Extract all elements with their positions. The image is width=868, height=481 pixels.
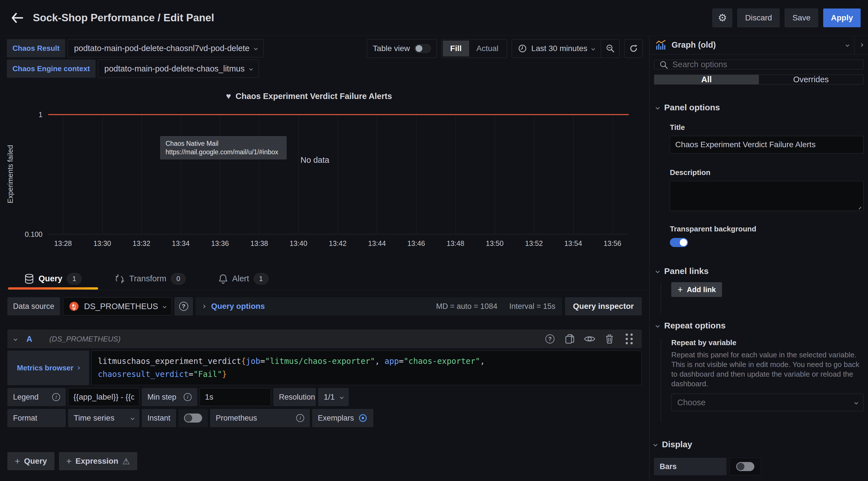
repeat-options-heading[interactable]: Repeat options <box>654 321 864 330</box>
variable-select-chaos-engine-context[interactable]: podtato-main-pod-delete-chaos_litmus <box>98 60 259 78</box>
main-area: Chaos Result podtato-main-pod-delete-cha… <box>0 36 649 481</box>
apply-button[interactable]: Apply <box>823 8 861 27</box>
promql-token: app <box>384 357 399 366</box>
back-arrow-icon[interactable] <box>7 8 27 28</box>
panel-preview: ♥ Chaos Experiment Verdict Failure Alert… <box>0 80 649 268</box>
promql-token: job <box>246 357 260 366</box>
bell-icon <box>219 274 228 284</box>
x-tick-label: 13:56 <box>603 239 621 248</box>
zoom-out-time-button[interactable] <box>601 39 619 58</box>
format-value: Time series <box>74 414 115 423</box>
exemplars-chip: Exemplars <box>312 409 373 427</box>
panel-options-heading[interactable]: Panel options <box>654 103 864 112</box>
refresh-button[interactable] <box>624 39 643 58</box>
tab-alert[interactable]: Alert 1 <box>202 268 285 290</box>
datasource-picker[interactable]: DS_PROMETHEUS <box>63 297 172 315</box>
series-line-fail-verdict <box>48 114 629 115</box>
min-step-input[interactable] <box>199 388 271 406</box>
time-range-picker[interactable]: Last 30 minutes <box>512 39 601 58</box>
repeat-by-variable-label: Repeat by variable <box>671 338 864 347</box>
expand-viz-list-button[interactable] <box>855 36 868 54</box>
save-button[interactable]: Save <box>785 8 818 27</box>
help-icon: ? <box>179 302 188 311</box>
transparent-background-toggle[interactable] <box>670 238 688 247</box>
panel-description-textarea[interactable] <box>670 181 864 211</box>
panel-link-url[interactable]: https://mail.google.com/mail/u/1/#inbox <box>165 148 281 156</box>
zoom-out-icon <box>606 44 615 53</box>
promql-token: litmuschaos_experiment_verdict <box>98 357 241 366</box>
collapse-query-chevron[interactable] <box>13 337 17 341</box>
panel-settings-button[interactable]: ⚙ <box>712 8 732 27</box>
info-icon: i <box>184 393 192 401</box>
tab-transform[interactable]: Transform 0 <box>98 268 202 290</box>
panel-link-tooltip[interactable]: Chaos Native Mail https://mail.google.co… <box>160 136 287 159</box>
y-axis-label: Experiments failed <box>6 145 14 203</box>
metrics-browser-label: Metrics browser <box>17 364 73 372</box>
toggle-query-visibility-button[interactable] <box>584 333 595 344</box>
tab-label: Alert <box>232 274 249 283</box>
promql-token: = <box>188 369 193 379</box>
table-view-toggle[interactable] <box>414 44 431 53</box>
chart-plot-area[interactable] <box>48 114 629 234</box>
alert-heart-icon: ♥ <box>226 91 231 101</box>
tab-query[interactable]: Query 1 <box>8 268 98 290</box>
graph-viz-icon <box>655 39 666 51</box>
add-link-button[interactable]: + Add link <box>671 282 722 297</box>
query-help-button[interactable]: ? <box>544 333 556 344</box>
query-inspector-button[interactable]: Query inspector <box>565 297 642 315</box>
duplicate-query-button[interactable] <box>564 333 576 344</box>
x-tick-label: 13:48 <box>446 239 464 248</box>
x-tick-label: 13:34 <box>172 239 190 248</box>
promql-token: "chaos-exporter" <box>404 357 480 366</box>
instant-toggle[interactable] <box>184 414 202 423</box>
discard-button[interactable]: Discard <box>737 8 780 27</box>
query-editor: Data source DS_PROMETHEUS ? Query option… <box>0 290 649 481</box>
resolution-label: Resolution <box>273 388 316 406</box>
panel-header-title[interactable]: ♥ Chaos Experiment Verdict Failure Alert… <box>0 91 618 101</box>
query-row-a: A (DS_PROMETHEUS) ? <box>7 330 642 427</box>
info-icon: i <box>296 414 304 422</box>
drag-query-handle[interactable] <box>624 333 635 344</box>
tab-label: Transform <box>129 274 166 283</box>
x-grid-line <box>63 114 63 234</box>
panel-links-heading[interactable]: Panel links <box>654 266 864 276</box>
promql-expression-input[interactable]: litmuschaos_experiment_verdict{job="litm… <box>91 351 642 385</box>
format-select[interactable]: Time series <box>68 409 140 427</box>
add-expression-button[interactable]: + Expression ⚠ <box>59 452 137 470</box>
x-grid-line <box>220 114 220 234</box>
exemplars-eye-icon[interactable] <box>358 413 368 423</box>
search-icon <box>659 60 668 69</box>
delete-query-button[interactable] <box>604 333 615 344</box>
tab-overrides[interactable]: Overrides <box>759 75 864 84</box>
resolution-select[interactable]: 1/1 <box>318 388 349 406</box>
options-search[interactable] <box>654 60 864 69</box>
actual-option[interactable]: Actual <box>469 40 506 56</box>
variable-select-chaos-result[interactable]: podtato-main-pod-delete-chaosnl7vd-pod-d… <box>67 39 264 57</box>
query-options-toggle[interactable]: Query options <box>211 302 265 311</box>
x-grid-line <box>181 114 181 234</box>
tab-all-options[interactable]: All <box>654 75 759 84</box>
options-search-input[interactable] <box>673 60 858 69</box>
datasource-help-button[interactable]: ? <box>175 297 193 315</box>
plus-icon: + <box>66 456 72 467</box>
choose-placeholder: Choose <box>677 398 706 407</box>
bars-toggle[interactable] <box>736 462 754 471</box>
promql-token: , <box>480 357 485 366</box>
repeat-variable-select[interactable]: Choose <box>671 394 864 411</box>
metrics-browser-button[interactable]: Metrics browser <box>7 351 89 385</box>
chevron-down-icon <box>249 67 253 71</box>
x-tick-label: 13:36 <box>211 239 229 248</box>
table-view-label: Table view <box>373 44 410 53</box>
panel-title-input[interactable] <box>670 136 864 153</box>
add-query-button[interactable]: + Query <box>7 452 55 470</box>
query-datasource-hint: (DS_PROMETHEUS) <box>49 335 121 343</box>
chevron-down-icon <box>656 269 660 273</box>
visualization-picker[interactable]: Graph (old) <box>649 36 855 54</box>
legend-input[interactable] <box>68 388 140 406</box>
display-heading[interactable]: Display <box>654 440 864 449</box>
promql-token: { <box>241 357 246 366</box>
fill-option[interactable]: Fill <box>443 40 469 56</box>
gear-icon: ⚙ <box>718 13 727 23</box>
min-step-label: Min stepi <box>142 388 197 406</box>
resolution-value: 1/1 <box>324 392 335 401</box>
